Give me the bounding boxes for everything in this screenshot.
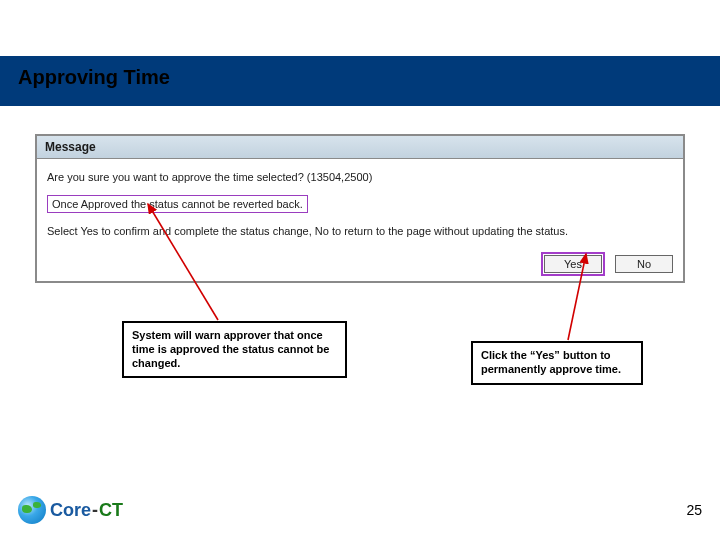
logo-dash: - [92, 500, 98, 520]
globe-icon [18, 496, 46, 524]
logo-core: Core [50, 500, 91, 520]
dialog-button-row: Yes No [47, 249, 673, 273]
dialog-body: Are you sure you want to approve the tim… [37, 159, 683, 281]
logo-ct: CT [99, 500, 123, 520]
dialog-confirm-text: Are you sure you want to approve the tim… [47, 171, 673, 183]
footer-logo: Core-CT [18, 496, 123, 524]
slide-title: Approving Time [18, 66, 170, 89]
dialog-titlebar: Message [37, 136, 683, 159]
callout-warning-explanation: System will warn approver that once time… [122, 321, 347, 378]
dialog-warning-text: Once Approved the status cannot be rever… [47, 195, 308, 213]
no-button[interactable]: No [615, 255, 673, 273]
logo-text: Core-CT [50, 500, 123, 521]
dialog-instruction-text: Select Yes to confirm and complete the s… [47, 225, 673, 237]
yes-button[interactable]: Yes [544, 255, 602, 273]
page-number: 25 [686, 502, 702, 518]
message-dialog: Message Are you sure you want to approve… [35, 134, 685, 283]
callout-yes-instruction: Click the “Yes” button to permanently ap… [471, 341, 643, 385]
